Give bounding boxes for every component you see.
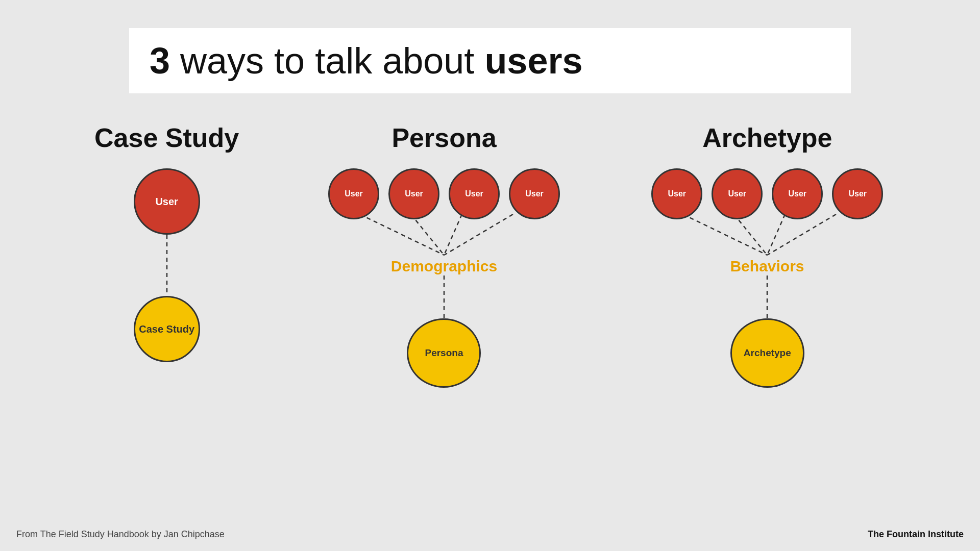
case-study-result-circle: Case Study bbox=[134, 296, 200, 362]
persona-user-2: User bbox=[388, 168, 439, 219]
archetype-title: Archetype bbox=[702, 122, 832, 153]
demographics-label-text: Demographics bbox=[391, 258, 497, 274]
persona-column: Persona User User User User Demographics… bbox=[332, 122, 556, 388]
persona-result-label: Persona bbox=[425, 347, 463, 359]
title-text: 3 ways to talk about users bbox=[150, 42, 583, 79]
case-study-result-label: Case Study bbox=[139, 323, 194, 335]
svg-line-4 bbox=[444, 214, 513, 255]
title-number: 3 bbox=[150, 40, 170, 81]
persona-lines-svg: Demographics bbox=[332, 214, 556, 323]
footer-right: The Fountain Institute bbox=[868, 529, 964, 540]
persona-user-4: User bbox=[509, 168, 560, 219]
svg-line-3 bbox=[444, 214, 462, 255]
title-bold: users bbox=[484, 40, 582, 81]
svg-line-9 bbox=[767, 214, 836, 255]
footer-left: From The Field Study Handbook by Jan Chi… bbox=[16, 529, 225, 540]
case-study-user-label: User bbox=[155, 196, 178, 208]
case-study-user-circle: User bbox=[134, 168, 200, 235]
persona-user-3: User bbox=[449, 168, 500, 219]
case-study-title: Case Study bbox=[94, 122, 239, 153]
persona-result-circle: Persona bbox=[407, 318, 481, 388]
title-middle: ways to talk about bbox=[170, 40, 484, 81]
case-study-line-svg bbox=[162, 235, 172, 296]
archetype-user-2: User bbox=[712, 168, 763, 219]
persona-title: Persona bbox=[391, 122, 496, 153]
title-banner: 3 ways to talk about users bbox=[129, 28, 851, 93]
archetype-user-1: User bbox=[651, 168, 702, 219]
svg-line-8 bbox=[767, 214, 785, 255]
archetype-result-label: Archetype bbox=[744, 347, 791, 359]
svg-line-7 bbox=[734, 214, 767, 255]
archetype-lines-svg: Behaviors bbox=[655, 214, 879, 323]
persona-users-row: User User User User bbox=[328, 168, 560, 219]
svg-line-6 bbox=[683, 214, 767, 255]
archetype-result-circle: Archetype bbox=[730, 318, 804, 388]
archetype-user-4: User bbox=[832, 168, 883, 219]
svg-line-2 bbox=[411, 214, 444, 255]
svg-line-1 bbox=[360, 214, 444, 255]
behaviors-label-text: Behaviors bbox=[730, 258, 804, 274]
archetype-users-row: User User User User bbox=[651, 168, 883, 219]
case-study-column: Case Study User Case Study bbox=[101, 122, 233, 388]
persona-user-1: User bbox=[328, 168, 379, 219]
archetype-column: Archetype User User User User Behaviors … bbox=[655, 122, 879, 388]
archetype-user-3: User bbox=[772, 168, 823, 219]
main-content: Case Study User Case Study Persona User … bbox=[0, 122, 980, 520]
